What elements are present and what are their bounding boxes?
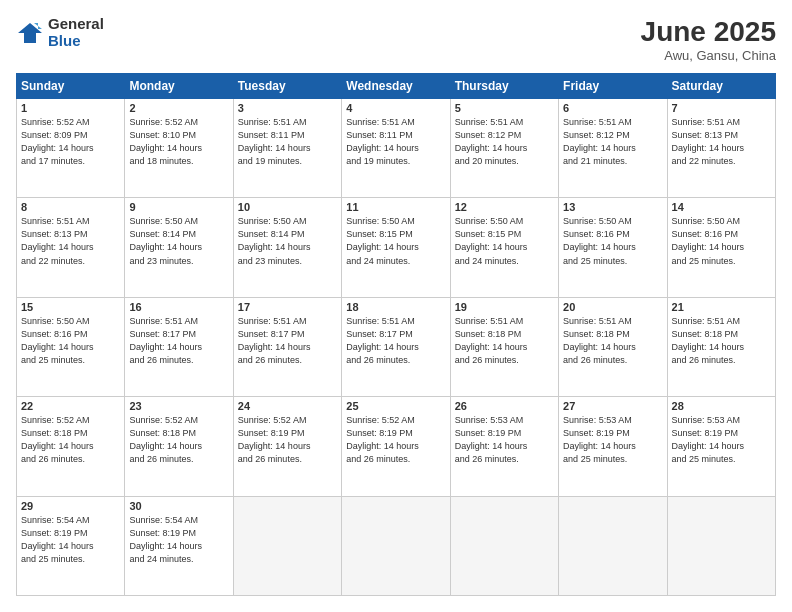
day-info: Sunrise: 5:52 AM Sunset: 8:19 PM Dayligh… [238,414,337,466]
logo: General Blue [16,16,104,49]
calendar-week-3: 15Sunrise: 5:50 AM Sunset: 8:16 PM Dayli… [17,297,776,396]
calendar-cell-27: 27Sunrise: 5:53 AM Sunset: 8:19 PM Dayli… [559,397,667,496]
day-info: Sunrise: 5:50 AM Sunset: 8:14 PM Dayligh… [238,215,337,267]
day-number: 7 [672,102,771,114]
logo-text: General Blue [48,16,104,49]
calendar-cell-16: 16Sunrise: 5:51 AM Sunset: 8:17 PM Dayli… [125,297,233,396]
calendar-cell-5: 5Sunrise: 5:51 AM Sunset: 8:12 PM Daylig… [450,99,558,198]
day-info: Sunrise: 5:53 AM Sunset: 8:19 PM Dayligh… [455,414,554,466]
day-number: 26 [455,400,554,412]
calendar-header-thursday: Thursday [450,74,558,99]
day-info: Sunrise: 5:52 AM Sunset: 8:19 PM Dayligh… [346,414,445,466]
calendar-header-friday: Friday [559,74,667,99]
day-info: Sunrise: 5:51 AM Sunset: 8:13 PM Dayligh… [672,116,771,168]
day-number: 15 [21,301,120,313]
day-info: Sunrise: 5:52 AM Sunset: 8:09 PM Dayligh… [21,116,120,168]
calendar-cell-9: 9Sunrise: 5:50 AM Sunset: 8:14 PM Daylig… [125,198,233,297]
calendar-cell-15: 15Sunrise: 5:50 AM Sunset: 8:16 PM Dayli… [17,297,125,396]
day-info: Sunrise: 5:51 AM Sunset: 8:18 PM Dayligh… [672,315,771,367]
svg-marker-0 [18,23,42,43]
day-number: 3 [238,102,337,114]
calendar-header-wednesday: Wednesday [342,74,450,99]
calendar-cell-21: 21Sunrise: 5:51 AM Sunset: 8:18 PM Dayli… [667,297,775,396]
day-number: 27 [563,400,662,412]
calendar-cell-28: 28Sunrise: 5:53 AM Sunset: 8:19 PM Dayli… [667,397,775,496]
day-info: Sunrise: 5:52 AM Sunset: 8:18 PM Dayligh… [129,414,228,466]
calendar-cell-3: 3Sunrise: 5:51 AM Sunset: 8:11 PM Daylig… [233,99,341,198]
day-info: Sunrise: 5:51 AM Sunset: 8:12 PM Dayligh… [455,116,554,168]
calendar-cell-4: 4Sunrise: 5:51 AM Sunset: 8:11 PM Daylig… [342,99,450,198]
day-number: 4 [346,102,445,114]
calendar-cell-19: 19Sunrise: 5:51 AM Sunset: 8:18 PM Dayli… [450,297,558,396]
day-info: Sunrise: 5:51 AM Sunset: 8:11 PM Dayligh… [238,116,337,168]
day-number: 23 [129,400,228,412]
day-info: Sunrise: 5:51 AM Sunset: 8:11 PM Dayligh… [346,116,445,168]
day-number: 18 [346,301,445,313]
day-number: 13 [563,201,662,213]
day-info: Sunrise: 5:51 AM Sunset: 8:13 PM Dayligh… [21,215,120,267]
day-number: 17 [238,301,337,313]
day-info: Sunrise: 5:52 AM Sunset: 8:10 PM Dayligh… [129,116,228,168]
day-number: 9 [129,201,228,213]
day-number: 20 [563,301,662,313]
day-number: 10 [238,201,337,213]
calendar-cell-8: 8Sunrise: 5:51 AM Sunset: 8:13 PM Daylig… [17,198,125,297]
day-number: 11 [346,201,445,213]
day-number: 1 [21,102,120,114]
calendar-cell-31 [233,496,341,595]
calendar-table: SundayMondayTuesdayWednesdayThursdayFrid… [16,73,776,596]
day-info: Sunrise: 5:51 AM Sunset: 8:17 PM Dayligh… [238,315,337,367]
day-info: Sunrise: 5:52 AM Sunset: 8:18 PM Dayligh… [21,414,120,466]
calendar-cell-22: 22Sunrise: 5:52 AM Sunset: 8:18 PM Dayli… [17,397,125,496]
day-number: 24 [238,400,337,412]
day-number: 2 [129,102,228,114]
day-number: 8 [21,201,120,213]
day-number: 14 [672,201,771,213]
logo-blue: Blue [48,33,104,50]
day-info: Sunrise: 5:53 AM Sunset: 8:19 PM Dayligh… [563,414,662,466]
calendar-cell-20: 20Sunrise: 5:51 AM Sunset: 8:18 PM Dayli… [559,297,667,396]
header: General Blue June 2025 Awu, Gansu, China [16,16,776,63]
day-number: 21 [672,301,771,313]
location: Awu, Gansu, China [641,48,776,63]
calendar-cell-34 [559,496,667,595]
calendar-cell-11: 11Sunrise: 5:50 AM Sunset: 8:15 PM Dayli… [342,198,450,297]
day-number: 19 [455,301,554,313]
calendar-header-sunday: Sunday [17,74,125,99]
calendar-week-5: 29Sunrise: 5:54 AM Sunset: 8:19 PM Dayli… [17,496,776,595]
calendar-header-saturday: Saturday [667,74,775,99]
calendar-cell-1: 1Sunrise: 5:52 AM Sunset: 8:09 PM Daylig… [17,99,125,198]
logo-general: General [48,16,104,33]
day-number: 30 [129,500,228,512]
day-info: Sunrise: 5:50 AM Sunset: 8:14 PM Dayligh… [129,215,228,267]
day-info: Sunrise: 5:51 AM Sunset: 8:17 PM Dayligh… [129,315,228,367]
calendar-cell-12: 12Sunrise: 5:50 AM Sunset: 8:15 PM Dayli… [450,198,558,297]
calendar-cell-30: 30Sunrise: 5:54 AM Sunset: 8:19 PM Dayli… [125,496,233,595]
calendar-cell-7: 7Sunrise: 5:51 AM Sunset: 8:13 PM Daylig… [667,99,775,198]
day-number: 29 [21,500,120,512]
day-number: 22 [21,400,120,412]
calendar-cell-26: 26Sunrise: 5:53 AM Sunset: 8:19 PM Dayli… [450,397,558,496]
day-info: Sunrise: 5:53 AM Sunset: 8:19 PM Dayligh… [672,414,771,466]
day-info: Sunrise: 5:50 AM Sunset: 8:16 PM Dayligh… [21,315,120,367]
day-number: 12 [455,201,554,213]
calendar-cell-18: 18Sunrise: 5:51 AM Sunset: 8:17 PM Dayli… [342,297,450,396]
calendar-cell-14: 14Sunrise: 5:50 AM Sunset: 8:16 PM Dayli… [667,198,775,297]
calendar-cell-17: 17Sunrise: 5:51 AM Sunset: 8:17 PM Dayli… [233,297,341,396]
day-number: 16 [129,301,228,313]
calendar-header-monday: Monday [125,74,233,99]
calendar-cell-32 [342,496,450,595]
calendar-cell-13: 13Sunrise: 5:50 AM Sunset: 8:16 PM Dayli… [559,198,667,297]
calendar-cell-29: 29Sunrise: 5:54 AM Sunset: 8:19 PM Dayli… [17,496,125,595]
day-number: 28 [672,400,771,412]
day-info: Sunrise: 5:51 AM Sunset: 8:12 PM Dayligh… [563,116,662,168]
day-number: 25 [346,400,445,412]
day-info: Sunrise: 5:54 AM Sunset: 8:19 PM Dayligh… [129,514,228,566]
title-section: June 2025 Awu, Gansu, China [641,16,776,63]
day-info: Sunrise: 5:50 AM Sunset: 8:15 PM Dayligh… [455,215,554,267]
calendar-cell-24: 24Sunrise: 5:52 AM Sunset: 8:19 PM Dayli… [233,397,341,496]
calendar-cell-25: 25Sunrise: 5:52 AM Sunset: 8:19 PM Dayli… [342,397,450,496]
day-info: Sunrise: 5:54 AM Sunset: 8:19 PM Dayligh… [21,514,120,566]
calendar-cell-6: 6Sunrise: 5:51 AM Sunset: 8:12 PM Daylig… [559,99,667,198]
calendar-cell-2: 2Sunrise: 5:52 AM Sunset: 8:10 PM Daylig… [125,99,233,198]
